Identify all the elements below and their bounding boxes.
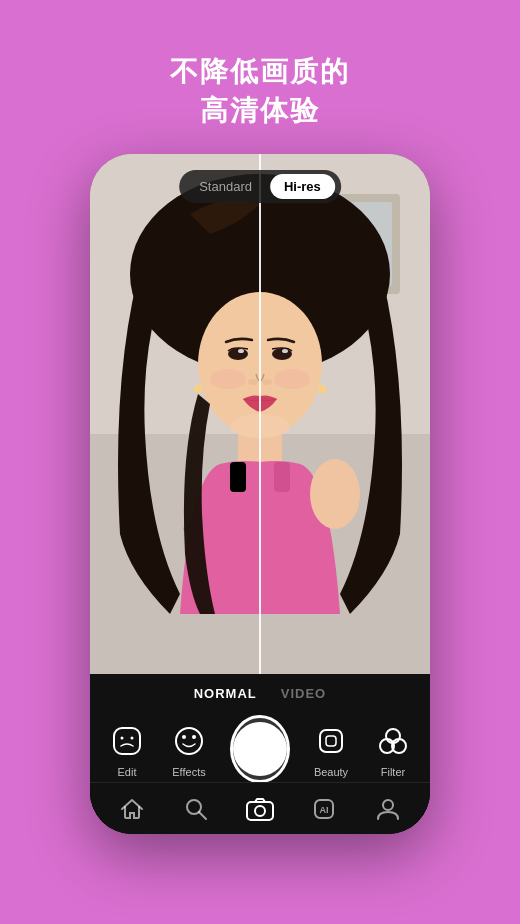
svg-point-11 <box>282 349 288 353</box>
svg-point-13 <box>262 379 272 385</box>
standard-toggle-btn[interactable]: Standard <box>185 174 266 199</box>
nav-home[interactable] <box>110 787 154 831</box>
search-icon <box>183 796 209 822</box>
svg-point-25 <box>176 728 202 754</box>
nav-profile[interactable] <box>366 787 410 831</box>
svg-point-21 <box>310 459 360 529</box>
nav-ai[interactable]: AI <box>302 787 346 831</box>
filter-label: Filter <box>381 766 405 778</box>
photo-divider <box>259 154 261 674</box>
mode-video[interactable]: VIDEO <box>281 686 326 701</box>
camera-buttons-row: Edit Effects <box>90 715 430 783</box>
shutter-button[interactable] <box>230 715 290 783</box>
edit-button[interactable]: Edit <box>106 720 148 778</box>
profile-icon <box>375 796 401 822</box>
nav-search[interactable] <box>174 787 218 831</box>
mode-tabs: NORMAL VIDEO <box>194 674 327 701</box>
home-icon <box>119 796 145 822</box>
svg-rect-19 <box>230 462 246 492</box>
phone-container: Standard Hi-res NORMAL VIDEO <box>90 154 430 834</box>
svg-point-23 <box>121 737 124 740</box>
edit-label: Edit <box>118 766 137 778</box>
photo-area: Standard Hi-res <box>90 154 430 674</box>
svg-point-24 <box>131 737 134 740</box>
svg-point-16 <box>194 385 202 393</box>
filter-button[interactable]: Filter <box>372 720 414 778</box>
svg-rect-28 <box>320 730 342 752</box>
svg-point-14 <box>210 369 246 389</box>
svg-text:AI: AI <box>320 805 329 815</box>
effects-button[interactable]: Effects <box>168 720 210 778</box>
svg-point-10 <box>238 349 244 353</box>
svg-point-26 <box>182 735 186 739</box>
effects-icon <box>168 720 210 762</box>
svg-point-12 <box>248 379 258 385</box>
svg-point-17 <box>318 385 326 393</box>
svg-rect-29 <box>326 736 336 746</box>
beauty-label: Beauty <box>314 766 348 778</box>
header-title-line1: 不降低画质的 <box>170 52 350 91</box>
mode-normal[interactable]: NORMAL <box>194 686 257 701</box>
effects-label: Effects <box>172 766 205 778</box>
header-title-line2: 高清体验 <box>170 91 350 130</box>
svg-point-15 <box>274 369 310 389</box>
bottom-nav: AI <box>90 782 430 834</box>
edit-icon <box>106 720 148 762</box>
svg-rect-35 <box>247 802 273 820</box>
hires-toggle-btn[interactable]: Hi-res <box>270 174 335 199</box>
svg-rect-20 <box>274 462 290 492</box>
nav-camera[interactable] <box>238 787 282 831</box>
svg-rect-22 <box>114 728 140 754</box>
svg-point-39 <box>383 800 393 810</box>
filter-icon <box>372 720 414 762</box>
svg-line-34 <box>199 812 206 819</box>
svg-point-27 <box>192 735 196 739</box>
camera-nav-icon <box>244 793 276 825</box>
beauty-icon <box>310 720 352 762</box>
svg-point-36 <box>255 806 265 816</box>
header-text: 不降低画质的 高清体验 <box>170 52 350 130</box>
beauty-button[interactable]: Beauty <box>310 720 352 778</box>
quality-toggle: Standard Hi-res <box>179 170 341 203</box>
shutter-inner <box>233 722 287 776</box>
ai-icon: AI <box>311 796 337 822</box>
